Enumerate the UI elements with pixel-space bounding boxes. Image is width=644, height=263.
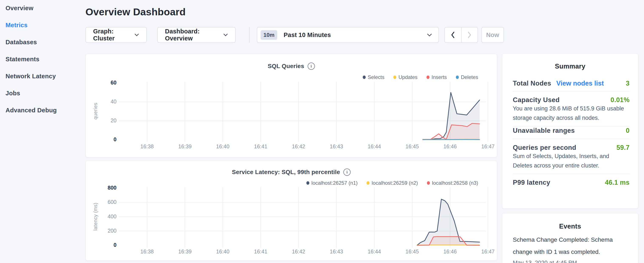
summary-label: P99 latency [513,179,550,186]
x-tick-label: 16:38 [134,248,160,255]
legend-dot-icon [366,181,370,185]
legend-dot-icon [427,181,430,185]
summary-value: 59.7 [616,144,630,151]
service-latency-chart-plot[interactable] [119,187,486,248]
y-tick-label: 400 [98,213,116,220]
y-axis-label: queries [93,103,98,120]
sql-queries-chart-card: SQL Queries i SelectsUpdatesInsertsDelet… [86,54,497,157]
x-tick-label: 16:44 [362,248,387,255]
x-tick-label: 16:44 [362,143,387,150]
divider [513,139,630,139]
chevron-down-icon [134,34,139,36]
legend-item: Deletes [456,74,478,80]
summary-label: Total Nodes [513,80,551,87]
x-tick-label: 16:43 [324,143,349,150]
events-title: Events [502,222,638,230]
chart-title: SQL Queries [268,63,304,70]
service-latency-chart-card: Service Latency: SQL, 99th percentile i … [86,161,497,261]
sidebar-item-metrics[interactable]: Metrics [6,22,28,29]
x-tick-label: 16:47 [475,248,501,255]
graph-selector-dropdown[interactable]: Graph: Cluster [86,27,147,43]
time-window-badge: 10m [261,30,277,40]
summary-panel: Summary Total Nodes View nodes list 3 Ca… [502,53,638,209]
chevron-down-icon [427,34,432,37]
summary-description: Sum of Selects, Updates, Inserts, and De… [513,151,630,170]
legend-item: Selects [363,74,384,80]
y-tick-label: 800 [98,185,116,191]
time-back-button[interactable] [445,28,461,42]
sidebar-item-advanced-debug[interactable]: Advanced Debug [6,107,57,114]
chevron-right-icon [467,31,472,39]
x-tick-label: 16:46 [437,248,463,255]
legend-dot-icon [456,76,459,79]
legend-label: Updates [398,74,417,80]
summary-row-capacity-used: Capacity Used 0.01% [513,96,630,104]
now-button[interactable]: Now [481,27,504,43]
y-tick-label: 0 [98,136,116,143]
x-tick-label: 16:45 [400,248,425,255]
summary-row-unavailable-ranges: Unavailable ranges 0 [513,127,630,134]
sidebar-item-network-latency[interactable]: Network Latency [6,73,56,80]
sidebar-item-databases[interactable]: Databases [6,39,37,46]
summary-value: 0.01% [610,96,630,104]
summary-value: 3 [626,80,630,87]
divider [513,174,630,174]
legend-dot-icon [306,181,309,185]
toolbar-divider [249,27,250,43]
divider [513,126,630,126]
events-panel: Events Schema Change Completed: Schema c… [502,213,638,263]
x-tick-label: 16:46 [437,143,463,150]
legend-label: localhost:26257 (n1) [312,180,358,186]
info-icon[interactable]: i [343,168,350,176]
chart-legend: localhost:26257 (n1)localhost:26259 (n2)… [306,180,478,186]
time-window-label: Past 10 Minutes [284,32,422,39]
view-nodes-list-link[interactable]: View nodes list [556,80,604,87]
sidebar-item-jobs[interactable]: Jobs [6,90,20,97]
summary-value: 0 [626,127,630,134]
summary-label: Capacity Used [513,96,560,104]
legend-item: localhost:26259 (n2) [366,180,418,186]
x-tick-label: 16:39 [172,143,198,150]
time-pager [444,27,478,43]
legend-item: localhost:26258 (n3) [427,180,478,186]
legend-label: Deletes [461,74,478,80]
summary-value: 46.1 ms [605,179,630,186]
event-message: Schema Change Completed: Schema change w… [513,234,630,258]
x-tick-label: 16:45 [400,143,425,150]
x-tick-label: 16:43 [324,248,349,255]
legend-label: localhost:26258 (n3) [432,180,478,186]
legend-dot-icon [426,76,430,79]
y-tick-label: 200 [98,228,116,234]
y-tick-label: 60 [98,80,116,86]
legend-label: Inserts [432,74,447,80]
x-tick-label: 16:40 [210,248,236,255]
summary-title: Summary [502,63,638,70]
summary-row-queries-per-second: Queries per second 59.7 [513,144,630,151]
x-tick-label: 16:41 [248,248,274,255]
page-title: Overview Dashboard [86,6,186,18]
y-tick-label: 40 [98,99,116,105]
chevron-left-icon [450,31,455,39]
x-tick-label: 16:42 [286,248,311,255]
chevron-down-icon [223,34,228,36]
sidebar: Overview Metrics Databases Statements Ne… [0,0,83,263]
y-tick-label: 20 [98,117,116,124]
summary-label: Queries per second [513,144,576,151]
sidebar-item-overview[interactable]: Overview [6,5,34,12]
dashboard-selector-label: Dashboard: Overview [165,28,218,42]
graph-selector-label: Graph: Cluster [93,28,129,42]
dashboard-selector-dropdown[interactable]: Dashboard: Overview [157,27,236,43]
info-icon[interactable]: i [308,63,315,70]
sql-queries-chart-plot[interactable] [119,82,486,142]
x-tick-label: 16:42 [286,143,311,150]
legend-label: localhost:26259 (n2) [372,180,418,186]
x-tick-label: 16:40 [210,143,236,150]
divider [513,91,630,92]
time-forward-button[interactable] [461,28,478,42]
time-window-selector[interactable]: 10m Past 10 Minutes [257,27,439,43]
legend-item: Updates [393,74,417,80]
legend-dot-icon [393,76,396,79]
chart-title: Service Latency: SQL, 99th percentile [232,169,340,176]
sidebar-item-statements[interactable]: Statements [6,56,39,63]
summary-row-p99-latency: P99 latency 46.1 ms [513,179,630,186]
